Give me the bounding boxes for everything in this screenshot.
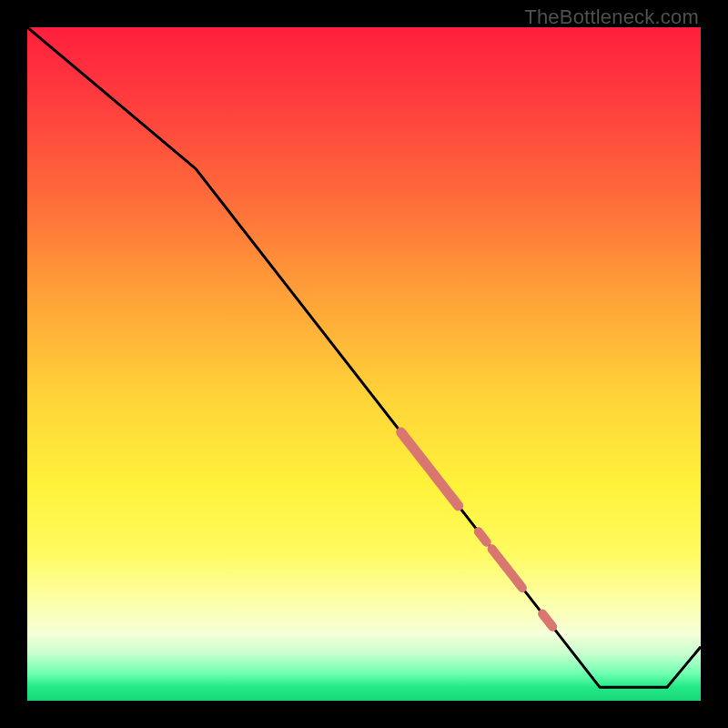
plot-area [27,27,701,701]
marker-dot-lower [542,614,552,627]
marker-band-lower [492,549,522,588]
curve-line [27,27,701,687]
chart-frame: TheBottleneck.com [0,0,728,728]
watermark-text: TheBottleneck.com [524,5,699,29]
marker-band-upper [401,432,459,506]
marker-dot-mid [479,531,487,541]
chart-overlay [27,27,701,701]
